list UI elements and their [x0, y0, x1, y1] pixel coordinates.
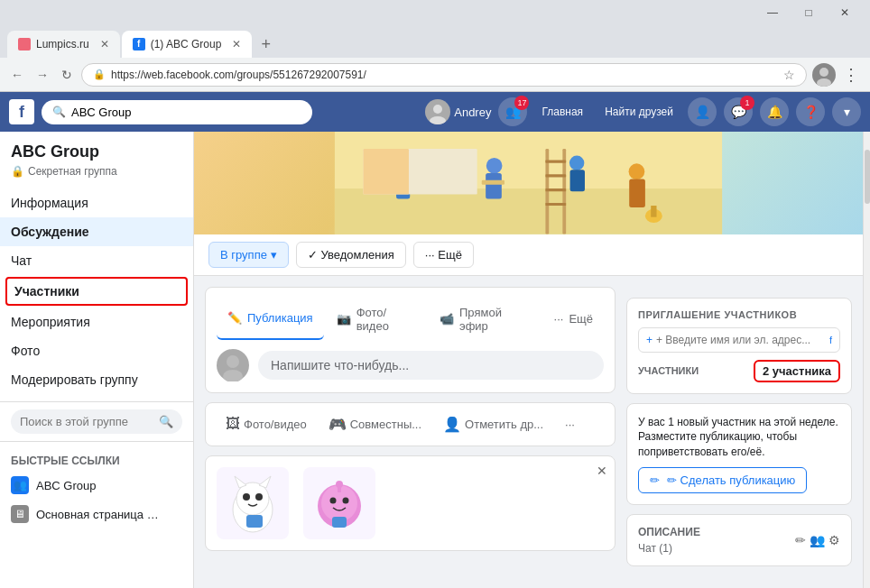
refresh-button[interactable]: ↻ [58, 66, 76, 84]
svg-rect-5 [335, 188, 722, 234]
fb-search-box[interactable]: 🔍 [42, 100, 312, 124]
lumpics-tab-close[interactable]: ✕ [100, 38, 109, 51]
back-button[interactable]: ← [7, 66, 27, 84]
more-options-button[interactable]: ⋮ [839, 65, 863, 85]
together-icon: 🎮 [329, 416, 347, 433]
lumpics-tab-label: Lumpics.ru [36, 38, 89, 51]
photo-video-button[interactable]: 🖼 Фото/видео [217, 410, 316, 437]
edit-icon: ✏️ [227, 311, 242, 325]
description-icons: ✏ 👥 ⚙ [795, 533, 840, 547]
svg-rect-19 [545, 203, 566, 206]
tag-icon: 👤 [443, 416, 461, 433]
composer-tab-more[interactable]: ··· Ещё [543, 299, 604, 340]
composer-tab-post[interactable]: ✏️ Публикация [217, 299, 324, 340]
chevron-down-icon[interactable]: ▾ [832, 97, 861, 126]
title-bar: — □ ✕ [0, 0, 870, 25]
people-icon-button[interactable]: 👤 [688, 97, 717, 126]
new-tab-button[interactable]: + [254, 32, 278, 58]
url-box[interactable]: 🔒 https://web.facebook.com/groups/551267… [81, 63, 807, 87]
composer-avatar [217, 349, 249, 381]
sidebar-search-box[interactable]: 🔍 [11, 409, 182, 434]
sticker-close-button[interactable]: ✕ [597, 464, 607, 478]
scrollbar-thumb[interactable] [865, 150, 870, 204]
fb-tab-label: (1) ABC Group [151, 38, 222, 51]
fb-search-input[interactable] [71, 106, 301, 119]
invite-input-box[interactable]: + f [638, 327, 840, 353]
sidebar-item-discussion[interactable]: Обсуждение [0, 217, 193, 246]
close-window-button[interactable]: ✕ [827, 0, 863, 25]
photo-video-icon: 🖼 [226, 416, 240, 432]
fb-body: ABC Group 🔒 Секретная группа Информация … [0, 132, 870, 588]
together-button[interactable]: 🎮 Совместны... [319, 410, 430, 438]
notifications-button[interactable]: ✓ Уведомления [296, 242, 406, 268]
edit-desc-icon[interactable]: ✏ [795, 533, 806, 547]
find-friends-button[interactable]: Найти друзей [597, 102, 680, 122]
composer-tab-live[interactable]: 📹 Прямой эфир [429, 299, 541, 340]
composer-input-area: Напишите что-нибудь... [217, 349, 604, 381]
bookmark-icon[interactable]: ☆ [783, 68, 795, 82]
fb-tab-close[interactable]: ✕ [232, 38, 241, 51]
sidebar-item-photos[interactable]: Фото [0, 336, 193, 365]
composer-input[interactable]: Напишите что-нибудь... [258, 351, 604, 380]
invite-fb-icon: f [829, 335, 832, 345]
user-avatar [425, 99, 450, 124]
quick-link-main-page[interactable]: 🖥 Основная страница С... [0, 500, 193, 528]
tag-button[interactable]: 👤 Отметить др... [434, 410, 552, 438]
svg-marker-36 [235, 476, 246, 488]
members-label: УЧАСТНИКИ [638, 365, 699, 376]
sidebar-item-members[interactable]: Участники [5, 277, 188, 306]
in-group-button[interactable]: В группе ▾ [208, 242, 289, 268]
messages-icon-button[interactable]: 💬 1 [724, 97, 753, 126]
more-post-actions-button[interactable]: ··· [556, 412, 584, 436]
sidebar-item-moderate[interactable]: Модерировать группу [0, 365, 193, 394]
new-member-panel: У вас 1 новый участник на этой неделе. Р… [626, 403, 852, 505]
left-sidebar: ABC Group 🔒 Секретная группа Информация … [0, 132, 194, 588]
live-icon: 📹 [440, 312, 454, 326]
sidebar-search-icon: 🔍 [159, 415, 173, 428]
description-title: ОПИСАНИЕ [638, 526, 700, 538]
content-area: ✏️ Публикация 📷 Фото/видео 📹 Прямой эфир [194, 276, 863, 588]
members-section: УЧАСТНИКИ 2 участника [638, 360, 840, 382]
home-nav-button[interactable]: Главная [534, 102, 590, 122]
svg-point-41 [330, 497, 337, 503]
new-member-text: У вас 1 новый участник на этой неделе. Р… [638, 415, 840, 460]
help-icon-button[interactable]: ❓ [796, 97, 825, 126]
more-button[interactable]: ··· Ещё [413, 242, 474, 268]
svg-point-2 [433, 105, 442, 114]
tab-lumpics[interactable]: Lumpics.ru ✕ [7, 31, 120, 58]
minimize-button[interactable]: — [754, 0, 791, 25]
sidebar-search-input[interactable] [20, 415, 153, 428]
sticker-image-2 [303, 467, 375, 539]
make-post-button[interactable]: ✏ ✏ Сделать публикацию [638, 467, 807, 493]
svg-rect-13 [482, 180, 504, 185]
svg-point-30 [227, 355, 239, 368]
post-actions-row: 🖼 Фото/видео 🎮 Совместны... 👤 Отметить д… [205, 402, 615, 446]
fb-logo: f [9, 99, 34, 124]
user-name: Andrey [454, 106, 491, 119]
messages-badge: 1 [740, 96, 754, 110]
notifications-icon-button[interactable]: 🔔 [760, 97, 789, 126]
lock-icon: 🔒 [11, 165, 24, 178]
fb-user-button[interactable]: Andrey [425, 99, 491, 124]
tab-facebook[interactable]: f (1) ABC Group ✕ [122, 31, 253, 58]
profile-icon[interactable] [812, 63, 836, 87]
composer-tab-photo[interactable]: 📷 Фото/видео [326, 299, 427, 340]
sidebar-item-info[interactable]: Информация [0, 188, 193, 217]
sidebar-item-events[interactable]: Мероприятия [0, 308, 193, 336]
tab-bar: Lumpics.ru ✕ f (1) ABC Group ✕ + [0, 25, 870, 58]
scrollbar[interactable] [863, 132, 870, 588]
quick-link-abc-group[interactable]: 👥 ABC Group [0, 471, 193, 500]
settings-icon[interactable]: ⚙ [828, 533, 840, 547]
action-bar: В группе ▾ ✓ Уведомления ··· Ещё [194, 234, 863, 276]
lock-icon: 🔒 [93, 69, 106, 80]
sidebar-item-chat[interactable]: Чат [0, 246, 193, 275]
invite-input-field[interactable] [656, 334, 826, 346]
maximize-button[interactable]: □ [791, 0, 827, 25]
forward-button[interactable]: → [32, 66, 52, 84]
quick-link-abc-label: ABC Group [36, 479, 96, 492]
svg-point-34 [243, 493, 250, 501]
add-member-icon[interactable]: 👥 [810, 533, 825, 547]
svg-point-35 [255, 493, 263, 501]
fb-nav: Andrey 👥 17 Главная Найти друзей 👤 💬 1 🔔… [425, 97, 861, 126]
friends-icon-button[interactable]: 👥 17 [498, 97, 527, 126]
